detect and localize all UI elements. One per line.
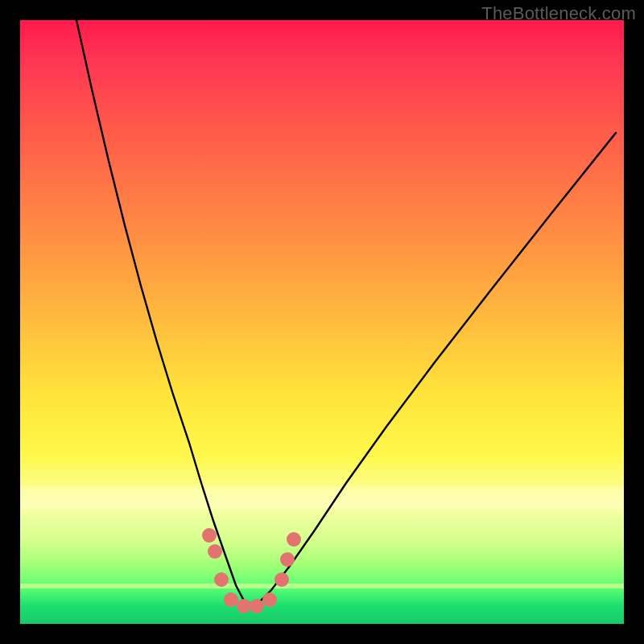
bottleneck-curve: [76, 20, 616, 604]
curve-marker: [208, 544, 222, 559]
curve-marker: [224, 592, 238, 607]
watermark-text: TheBottleneck.com: [481, 3, 636, 24]
curve-marker: [237, 599, 251, 613]
curve-marker: [250, 599, 264, 613]
curve-marker: [262, 592, 277, 607]
chart-plot-area: [20, 20, 624, 624]
curve-marker: [280, 552, 295, 567]
curve-marker: [214, 572, 229, 587]
curve-marker: [202, 528, 217, 543]
curve-marker: [287, 532, 301, 547]
chart-frame: TheBottleneck.com: [0, 0, 644, 644]
curve-marker: [275, 572, 289, 587]
chart-svg: [20, 20, 624, 624]
